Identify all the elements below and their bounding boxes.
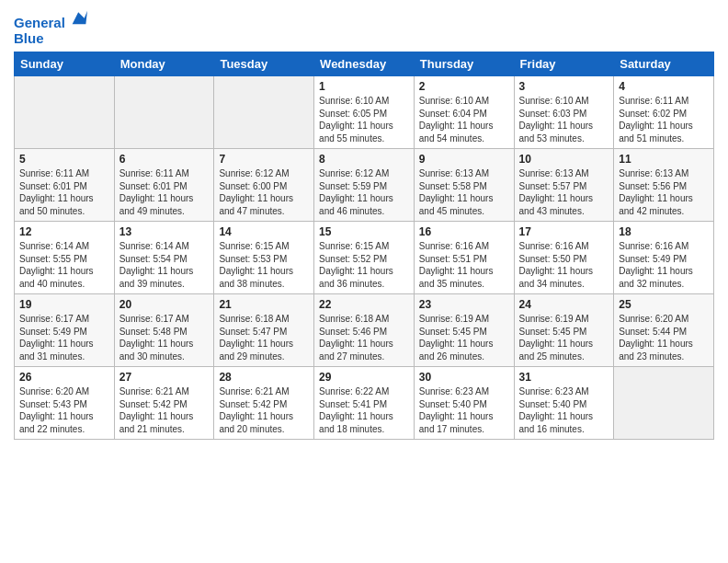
day-cell — [614, 367, 714, 440]
day-info: Sunrise: 6:13 AM Sunset: 5:58 PM Dayligh… — [419, 167, 509, 217]
week-row-4: 19Sunrise: 6:17 AM Sunset: 5:49 PM Dayli… — [15, 294, 714, 367]
day-number: 6 — [119, 153, 210, 166]
day-info: Sunrise: 6:16 AM Sunset: 5:51 PM Dayligh… — [419, 240, 509, 290]
day-cell: 1Sunrise: 6:10 AM Sunset: 6:05 PM Daylig… — [314, 76, 415, 149]
day-cell: 10Sunrise: 6:13 AM Sunset: 5:57 PM Dayli… — [514, 149, 614, 222]
week-row-5: 26Sunrise: 6:20 AM Sunset: 5:43 PM Dayli… — [15, 367, 714, 440]
day-info: Sunrise: 6:22 AM Sunset: 5:41 PM Dayligh… — [319, 385, 409, 435]
day-info: Sunrise: 6:11 AM Sunset: 6:01 PM Dayligh… — [19, 167, 109, 217]
day-number: 23 — [419, 298, 509, 311]
day-cell — [15, 76, 115, 149]
weekday-saturday: Saturday — [614, 52, 714, 76]
day-number: 21 — [219, 298, 309, 311]
week-row-2: 5Sunrise: 6:11 AM Sunset: 6:01 PM Daylig… — [15, 149, 714, 222]
day-info: Sunrise: 6:20 AM Sunset: 5:43 PM Dayligh… — [19, 385, 109, 435]
day-info: Sunrise: 6:23 AM Sunset: 5:40 PM Dayligh… — [519, 385, 609, 435]
day-cell: 8Sunrise: 6:12 AM Sunset: 5:59 PM Daylig… — [314, 149, 415, 222]
day-cell: 23Sunrise: 6:19 AM Sunset: 5:45 PM Dayli… — [414, 294, 514, 367]
day-number: 17 — [519, 225, 609, 238]
day-info: Sunrise: 6:12 AM Sunset: 6:00 PM Dayligh… — [219, 167, 309, 217]
day-info: Sunrise: 6:21 AM Sunset: 5:42 PM Dayligh… — [119, 385, 210, 435]
day-cell: 24Sunrise: 6:19 AM Sunset: 5:45 PM Dayli… — [514, 294, 614, 367]
week-row-3: 12Sunrise: 6:14 AM Sunset: 5:55 PM Dayli… — [15, 222, 714, 294]
day-number: 22 — [319, 298, 409, 311]
logo-blue: Blue — [14, 30, 44, 46]
page: General Blue SundayMondayTuesdayWednesda… — [0, 0, 728, 563]
weekday-header-row: SundayMondayTuesdayWednesdayThursdayFrid… — [15, 52, 714, 76]
day-cell: 29Sunrise: 6:22 AM Sunset: 5:41 PM Dayli… — [314, 367, 415, 440]
day-cell: 26Sunrise: 6:20 AM Sunset: 5:43 PM Dayli… — [15, 367, 115, 440]
day-info: Sunrise: 6:11 AM Sunset: 6:01 PM Dayligh… — [119, 167, 210, 217]
day-number: 27 — [119, 371, 210, 384]
day-cell: 16Sunrise: 6:16 AM Sunset: 5:51 PM Dayli… — [414, 222, 514, 294]
day-number: 28 — [219, 371, 309, 384]
day-cell: 25Sunrise: 6:20 AM Sunset: 5:44 PM Dayli… — [614, 294, 714, 367]
day-cell: 19Sunrise: 6:17 AM Sunset: 5:49 PM Dayli… — [15, 294, 115, 367]
day-number: 29 — [319, 371, 409, 384]
day-cell: 18Sunrise: 6:16 AM Sunset: 5:49 PM Dayli… — [614, 222, 714, 294]
day-info: Sunrise: 6:17 AM Sunset: 5:49 PM Dayligh… — [19, 313, 109, 362]
day-cell: 6Sunrise: 6:11 AM Sunset: 6:01 PM Daylig… — [114, 149, 214, 222]
day-cell: 20Sunrise: 6:17 AM Sunset: 5:48 PM Dayli… — [114, 294, 214, 367]
day-number: 12 — [19, 225, 109, 238]
day-cell — [114, 76, 214, 149]
weekday-sunday: Sunday — [15, 52, 115, 76]
day-cell: 22Sunrise: 6:18 AM Sunset: 5:46 PM Dayli… — [314, 294, 415, 367]
day-number: 5 — [19, 153, 109, 166]
weekday-friday: Friday — [514, 52, 614, 76]
day-info: Sunrise: 6:18 AM Sunset: 5:46 PM Dayligh… — [319, 313, 409, 362]
day-info: Sunrise: 6:12 AM Sunset: 5:59 PM Dayligh… — [319, 167, 409, 217]
day-number: 20 — [119, 298, 210, 311]
day-cell: 27Sunrise: 6:21 AM Sunset: 5:42 PM Dayli… — [114, 367, 214, 440]
day-cell: 4Sunrise: 6:11 AM Sunset: 6:02 PM Daylig… — [614, 76, 714, 149]
day-cell: 28Sunrise: 6:21 AM Sunset: 5:42 PM Dayli… — [214, 367, 314, 440]
weekday-tuesday: Tuesday — [214, 52, 314, 76]
logo-bird-icon — [71, 7, 87, 28]
day-number: 2 — [419, 80, 509, 93]
day-cell: 17Sunrise: 6:16 AM Sunset: 5:50 PM Dayli… — [514, 222, 614, 294]
header: General Blue — [14, 9, 714, 46]
day-cell: 12Sunrise: 6:14 AM Sunset: 5:55 PM Dayli… — [15, 222, 115, 294]
day-info: Sunrise: 6:16 AM Sunset: 5:49 PM Dayligh… — [619, 240, 709, 290]
calendar: SundayMondayTuesdayWednesdayThursdayFrid… — [14, 52, 714, 440]
day-number: 15 — [319, 225, 409, 238]
day-number: 19 — [19, 298, 109, 311]
day-info: Sunrise: 6:13 AM Sunset: 5:56 PM Dayligh… — [619, 167, 709, 217]
day-number: 25 — [619, 298, 709, 311]
day-info: Sunrise: 6:21 AM Sunset: 5:42 PM Dayligh… — [219, 385, 309, 435]
day-info: Sunrise: 6:10 AM Sunset: 6:05 PM Dayligh… — [319, 95, 409, 144]
logo: General Blue — [14, 9, 87, 46]
day-number: 18 — [619, 225, 709, 238]
day-cell — [214, 76, 314, 149]
week-row-1: 1Sunrise: 6:10 AM Sunset: 6:05 PM Daylig… — [15, 76, 714, 149]
day-info: Sunrise: 6:11 AM Sunset: 6:02 PM Dayligh… — [619, 95, 709, 144]
svg-marker-0 — [73, 11, 87, 25]
day-cell: 31Sunrise: 6:23 AM Sunset: 5:40 PM Dayli… — [514, 367, 614, 440]
day-cell: 14Sunrise: 6:15 AM Sunset: 5:53 PM Dayli… — [214, 222, 314, 294]
day-number: 30 — [419, 371, 509, 384]
day-info: Sunrise: 6:10 AM Sunset: 6:03 PM Dayligh… — [519, 95, 609, 144]
day-number: 24 — [519, 298, 609, 311]
day-info: Sunrise: 6:17 AM Sunset: 5:48 PM Dayligh… — [119, 313, 210, 362]
day-info: Sunrise: 6:19 AM Sunset: 5:45 PM Dayligh… — [419, 313, 509, 362]
day-info: Sunrise: 6:15 AM Sunset: 5:53 PM Dayligh… — [219, 240, 309, 290]
day-info: Sunrise: 6:19 AM Sunset: 5:45 PM Dayligh… — [519, 313, 609, 362]
day-info: Sunrise: 6:10 AM Sunset: 6:04 PM Dayligh… — [419, 95, 509, 144]
day-info: Sunrise: 6:16 AM Sunset: 5:50 PM Dayligh… — [519, 240, 609, 290]
day-info: Sunrise: 6:15 AM Sunset: 5:52 PM Dayligh… — [319, 240, 409, 290]
weekday-monday: Monday — [114, 52, 214, 76]
day-number: 13 — [119, 225, 210, 238]
day-info: Sunrise: 6:20 AM Sunset: 5:44 PM Dayligh… — [619, 313, 709, 362]
day-number: 16 — [419, 225, 509, 238]
day-cell: 5Sunrise: 6:11 AM Sunset: 6:01 PM Daylig… — [15, 149, 115, 222]
day-info: Sunrise: 6:18 AM Sunset: 5:47 PM Dayligh… — [219, 313, 309, 362]
day-cell: 15Sunrise: 6:15 AM Sunset: 5:52 PM Dayli… — [314, 222, 415, 294]
day-number: 10 — [519, 153, 609, 166]
day-number: 26 — [19, 371, 109, 384]
day-number: 8 — [319, 153, 409, 166]
logo-general: General — [14, 15, 65, 30]
day-number: 11 — [619, 153, 709, 166]
day-cell: 30Sunrise: 6:23 AM Sunset: 5:40 PM Dayli… — [414, 367, 514, 440]
day-info: Sunrise: 6:14 AM Sunset: 5:55 PM Dayligh… — [19, 240, 109, 290]
day-cell: 7Sunrise: 6:12 AM Sunset: 6:00 PM Daylig… — [214, 149, 314, 222]
